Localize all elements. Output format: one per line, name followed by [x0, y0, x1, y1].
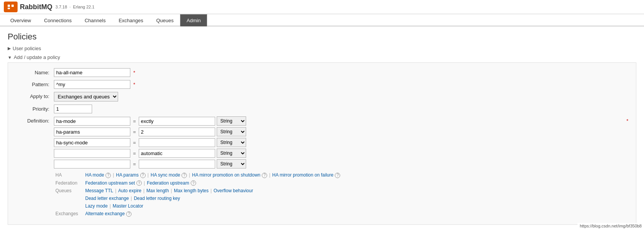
hint-alternate-exchange[interactable]: Alternate exchange	[85, 211, 125, 216]
ha-hints: HA HA mode ? | HA params ? | HA sync mod…	[55, 172, 628, 178]
hint-fed-upstream-set-help[interactable]: ?	[136, 180, 142, 186]
tab-channels[interactable]: Channels	[78, 14, 112, 26]
federation-hints: Federation Federation upstream set ? | F…	[55, 180, 628, 186]
pattern-row: Pattern: *	[16, 80, 628, 89]
pattern-required: *	[133, 82, 135, 87]
hint-dead-letter-exchange[interactable]: Dead letter exchange	[85, 196, 129, 201]
def-type-0[interactable]: StringNumberBooleanList	[217, 116, 246, 126]
def-key-3[interactable]	[54, 149, 130, 158]
hint-federation-upstream-set[interactable]: Federation upstream set	[85, 180, 135, 186]
def-val-4[interactable]	[139, 160, 215, 168]
apply-to-select-wrapper: Exchanges and queues Exchanges Queues	[54, 92, 628, 101]
tab-queues[interactable]: Queues	[150, 14, 180, 26]
def-type-2[interactable]: StringNumberBooleanList	[217, 138, 246, 147]
definition-inputs: = StringNumberBooleanList = StringNumber…	[54, 116, 624, 168]
name-row: Name: *	[16, 68, 628, 77]
hint-ha-sync-mode-help[interactable]: ?	[182, 173, 187, 178]
exchanges-category: Exchanges	[55, 211, 82, 216]
apply-to-label: Apply to:	[16, 92, 54, 99]
apply-to-row: Apply to: Exchanges and queues Exchanges…	[16, 92, 628, 101]
tab-connections[interactable]: Connections	[37, 14, 78, 26]
def-type-3[interactable]: StringNumberBooleanList	[217, 149, 246, 158]
def-type-1[interactable]: StringNumberBooleanList	[217, 127, 246, 136]
federation-category: Federation	[55, 180, 82, 186]
logo: RabbitMQ 3.7.18 · Erlang 22.1	[4, 2, 94, 12]
user-policies-label: User policies	[13, 46, 41, 51]
hint-ha-params[interactable]: HA params	[116, 172, 138, 178]
hint-max-length-bytes[interactable]: Max length bytes	[174, 188, 209, 193]
priority-input-wrapper	[54, 105, 628, 113]
tab-admin[interactable]: Admin	[180, 14, 207, 26]
definition-label: Definition:	[16, 116, 54, 124]
def-key-1[interactable]	[54, 128, 130, 136]
svg-rect-2	[11, 5, 14, 7]
hint-overflow-behaviour[interactable]: Overflow behaviour	[214, 188, 253, 193]
user-policies-arrow: ▶	[8, 46, 11, 51]
version-text: 3.7.18 · Erlang 22.1	[55, 5, 94, 9]
def-row-2: = StringNumberBooleanList	[54, 138, 624, 147]
hint-ha-params-help[interactable]: ?	[140, 173, 146, 178]
hint-ha-mode[interactable]: HA mode	[85, 172, 104, 178]
svg-rect-0	[6, 3, 15, 10]
hint-ha-sync-mode[interactable]: HA sync mode	[151, 172, 180, 178]
def-eq-4: =	[132, 161, 137, 167]
def-type-4[interactable]: StringNumberBooleanList	[217, 159, 246, 168]
name-input-wrapper: *	[54, 68, 628, 77]
queues-hints-row1: Queues Message TTL | Auto expire | Max l…	[55, 188, 628, 193]
def-row-3: = StringNumberBooleanList	[54, 149, 624, 158]
tab-exchanges[interactable]: Exchanges	[112, 14, 149, 26]
name-label: Name:	[16, 68, 54, 75]
def-eq-2: =	[132, 140, 137, 146]
apply-to-select[interactable]: Exchanges and queues Exchanges Queues	[54, 92, 118, 101]
main-content: Policies ▶ User policies ▼ Add / update …	[0, 26, 644, 229]
hint-lazy-mode[interactable]: Lazy mode	[85, 203, 108, 209]
svg-rect-3	[8, 8, 10, 9]
def-val-3[interactable]	[139, 149, 215, 158]
def-row-4: = StringNumberBooleanList	[54, 159, 624, 168]
nav-tabs: Overview Connections Channels Exchanges …	[0, 14, 644, 26]
hint-master-locator[interactable]: Master Locator	[113, 203, 143, 209]
hint-ha-mode-help[interactable]: ?	[105, 173, 111, 178]
page-title: Policies	[8, 32, 636, 42]
pattern-input-wrapper: *	[54, 80, 628, 89]
svg-rect-1	[8, 5, 10, 7]
hint-fed-upstream-help[interactable]: ?	[191, 180, 196, 186]
def-row-0: = StringNumberBooleanList	[54, 116, 624, 126]
hint-alternate-exchange-help[interactable]: ?	[126, 211, 131, 217]
logo-text: RabbitMQ	[20, 3, 52, 11]
hint-message-ttl[interactable]: Message TTL	[85, 188, 113, 193]
hint-ha-mirror-shutdown[interactable]: HA mirror promotion on shutdown	[192, 172, 260, 178]
def-key-4[interactable]	[54, 160, 130, 168]
hints-section: HA HA mode ? | HA params ? | HA sync mod…	[55, 172, 628, 217]
hint-federation-upstream[interactable]: Federation upstream	[147, 180, 189, 186]
def-val-2[interactable]	[139, 138, 215, 147]
queues-hints-row2: Dead letter exchange | Dead letter routi…	[55, 196, 628, 201]
def-key-0[interactable]	[54, 117, 130, 126]
def-val-1[interactable]	[139, 128, 215, 136]
definition-required: *	[626, 118, 628, 124]
add-update-arrow: ▼	[8, 55, 12, 60]
add-update-section: Name: * Pattern: * Apply to: Exchanges a…	[8, 62, 636, 225]
def-key-2[interactable]	[54, 138, 130, 147]
def-eq-0: =	[132, 118, 137, 124]
hint-ha-mirror-failure-help[interactable]: ?	[335, 173, 340, 178]
queues-category: Queues	[55, 188, 82, 193]
priority-input[interactable]	[54, 105, 92, 113]
hint-max-length[interactable]: Max length	[146, 188, 169, 193]
status-bar: https://blog.csdn.net/img/bf350b8	[577, 223, 644, 229]
priority-label: Priority:	[16, 105, 54, 112]
logo-icon	[4, 2, 18, 12]
def-val-0[interactable]	[139, 117, 215, 126]
hint-ha-mirror-shutdown-help[interactable]: ?	[262, 173, 267, 178]
hint-dead-letter-routing-key[interactable]: Dead letter routing key	[134, 196, 180, 201]
hint-ha-mirror-failure[interactable]: HA mirror promotion on failure	[272, 172, 333, 178]
name-input[interactable]	[54, 68, 130, 77]
tab-overview[interactable]: Overview	[4, 14, 37, 26]
name-required: *	[133, 70, 135, 75]
hint-auto-expire[interactable]: Auto expire	[118, 188, 141, 193]
def-eq-3: =	[132, 150, 137, 156]
pattern-input[interactable]	[54, 80, 130, 89]
user-policies-toggle[interactable]: ▶ User policies	[8, 46, 636, 51]
add-update-toggle[interactable]: ▼ Add / update a policy	[8, 54, 636, 60]
definition-row: Definition: = StringNumberBooleanList = …	[16, 116, 628, 168]
